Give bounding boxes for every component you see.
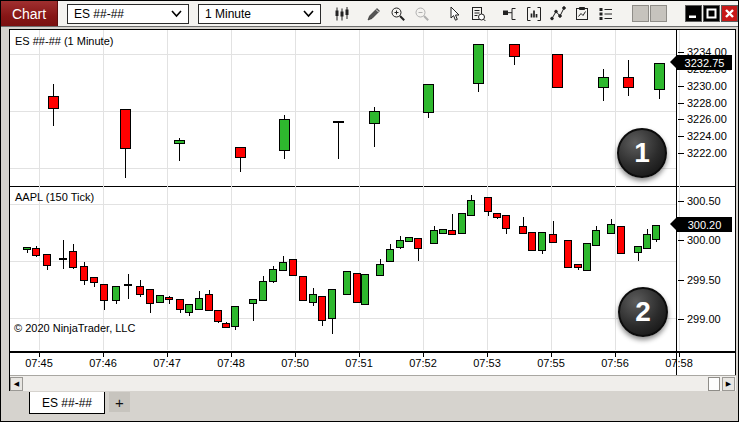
scroll-right-button[interactable]: ▶ — [722, 377, 735, 391]
restore-icon — [705, 7, 718, 20]
price-axis-separator — [676, 30, 677, 391]
scroll-left-icon: ◀ — [14, 380, 19, 388]
drawing-tools-icon[interactable] — [546, 3, 570, 25]
data-box-icon[interactable] — [466, 3, 490, 25]
strategies-icon[interactable] — [570, 3, 594, 25]
chevron-down-icon — [303, 10, 314, 18]
instrument-dropdown[interactable]: ES ##-## — [67, 4, 189, 24]
horizontal-scrollbar[interactable]: ◀ ▶ — [10, 375, 736, 391]
inactive-button-2[interactable] — [650, 5, 667, 22]
title-bar: Chart ES ##-## 1 Minute — [1, 1, 738, 27]
properties-icon[interactable] — [594, 3, 618, 25]
zoom-in-icon[interactable] — [386, 3, 410, 25]
inactive-button-1[interactable] — [632, 5, 649, 22]
interval-dropdown[interactable]: 1 Minute — [198, 4, 321, 24]
pencil-icon[interactable] — [362, 3, 386, 25]
restore-button[interactable] — [703, 5, 720, 22]
scrollbar-thumb[interactable] — [708, 377, 720, 391]
toolbar — [330, 3, 618, 25]
cursor-icon[interactable] — [442, 3, 466, 25]
close-icon — [723, 7, 736, 20]
zoom-out-icon[interactable] — [410, 3, 434, 25]
window-controls — [684, 5, 738, 22]
instrument-dropdown-value: ES ##-## — [74, 7, 167, 21]
window-title: Chart — [1, 1, 58, 26]
indicators-icon[interactable] — [522, 3, 546, 25]
tab-es-label: ES ##-## — [42, 396, 92, 410]
chart-trader-icon[interactable] — [498, 3, 522, 25]
minimize-button[interactable] — [685, 5, 702, 22]
tab-es[interactable]: ES ##-## — [29, 392, 105, 414]
minimize-icon — [687, 7, 700, 20]
chart-window: Chart ES ##-## 1 Minute — [0, 0, 739, 422]
chart-area[interactable] — [9, 29, 736, 391]
scroll-left-button[interactable]: ◀ — [10, 377, 23, 391]
add-tab-button[interactable]: + — [109, 392, 130, 412]
panel-divider[interactable] — [10, 186, 736, 187]
tab-bar: ES ##-## + — [1, 392, 738, 421]
chevron-down-icon — [171, 10, 182, 18]
time-axis-border — [10, 351, 736, 353]
chart-style-icon[interactable] — [330, 3, 354, 25]
plus-icon: + — [115, 394, 124, 411]
inactive-window-buttons — [631, 5, 667, 22]
close-button[interactable] — [721, 5, 738, 22]
scroll-right-icon: ▶ — [726, 380, 731, 388]
interval-dropdown-value: 1 Minute — [205, 7, 299, 21]
